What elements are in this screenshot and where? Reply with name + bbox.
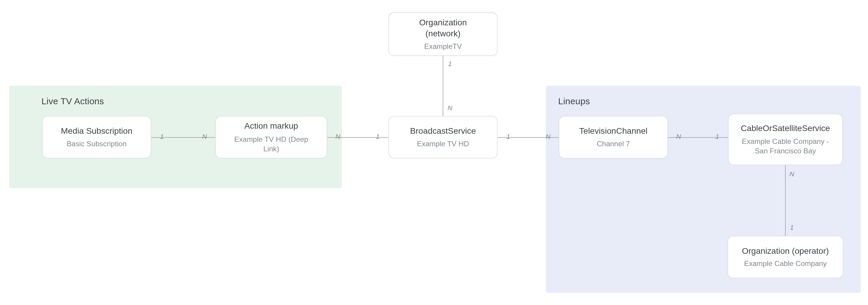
connector-cablesat-operator — [785, 165, 786, 237]
cardinality-many: N — [788, 170, 796, 178]
entity-title: CableOrSatelliteService — [741, 123, 830, 134]
entity-subtitle: Basic Subscription — [67, 140, 127, 149]
entity-subtitle: Channel 7 — [597, 140, 630, 149]
entity-action-markup: Action markup Example TV HD (Deep Link) — [215, 116, 327, 159]
region-lineups-title: Lineups — [558, 96, 590, 106]
diagram-canvas: Live TV Actions Lineups Organization (ne… — [0, 0, 868, 305]
cardinality-one: 1 — [788, 224, 796, 231]
entity-title: Organization (network) — [419, 17, 467, 39]
entity-title: Media Subscription — [61, 125, 132, 136]
entity-title: BroadcastService — [410, 125, 476, 136]
region-live-tv-title: Live TV Actions — [41, 96, 104, 106]
entity-subtitle: Example Cable Company - San Francisco Ba… — [742, 137, 829, 156]
entity-organization-operator: Organization (operator) Example Cable Co… — [727, 236, 843, 278]
cardinality-many: N — [334, 133, 342, 141]
entity-title: Organization (operator) — [742, 245, 829, 256]
entity-subtitle: Example TV HD — [417, 140, 469, 149]
cardinality-one: 1 — [504, 133, 512, 141]
entity-title: TelevisionChannel — [579, 125, 647, 136]
cardinality-one: 1 — [374, 133, 381, 141]
cardinality-one: 1 — [713, 133, 721, 141]
entity-broadcast-service: BroadcastService Example TV HD — [389, 116, 498, 159]
entity-title: Action markup — [244, 121, 298, 132]
cardinality-many: N — [675, 133, 683, 141]
entity-television-channel: TelevisionChannel Channel 7 — [559, 116, 668, 159]
entity-subtitle: Example TV HD (Deep Link) — [226, 135, 317, 154]
cardinality-one: 1 — [446, 60, 454, 68]
entity-subtitle: Example Cable Company — [744, 260, 827, 269]
cardinality-many: N — [446, 104, 454, 112]
cardinality-one: 1 — [158, 133, 166, 141]
entity-subtitle: ExampleTV — [424, 42, 462, 52]
connector-org-broadcast — [443, 55, 443, 116]
cardinality-many: N — [200, 133, 208, 141]
entity-organization-network: Organization (network) ExampleTV — [389, 12, 498, 56]
entity-cable-or-satellite-service: CableOrSatelliteService Example Cable Co… — [728, 114, 843, 165]
cardinality-many: N — [544, 133, 552, 141]
entity-media-subscription: Media Subscription Basic Subscription — [42, 116, 151, 159]
